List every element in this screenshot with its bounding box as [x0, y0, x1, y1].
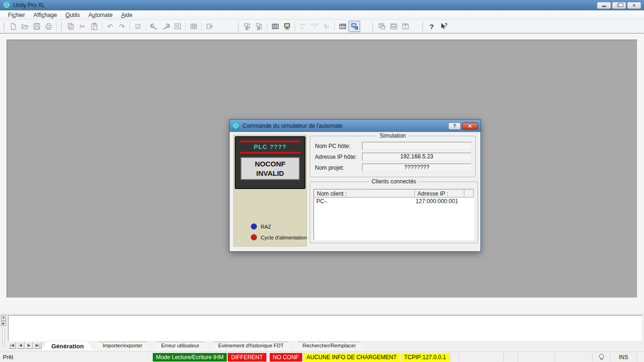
dialog-help-button[interactable]: ?	[448, 123, 461, 130]
column-header-filler	[464, 189, 474, 197]
close-icon: ✕	[468, 123, 472, 129]
plc-red-bar	[240, 152, 300, 154]
dock-drag-handle[interactable]	[2, 329, 5, 347]
tab-scroll-prev-button[interactable]: ◀	[17, 342, 25, 349]
cascade-windows-icon[interactable]	[376, 21, 388, 32]
toolbar-grip[interactable]	[60, 22, 63, 31]
copy-icon[interactable]	[65, 21, 76, 32]
dialog-icon	[232, 122, 239, 130]
raz-button[interactable]	[251, 223, 257, 230]
column-header-client-name[interactable]: Nom client :	[314, 189, 415, 197]
tab-evenement-historique-fdt[interactable]: Evénement d'historique FDT	[209, 342, 293, 350]
save-icon[interactable]	[31, 21, 42, 32]
clients-table[interactable]: Nom client : Adresse IP : PC-. 127:000:0…	[314, 189, 474, 240]
plc-display: PLC ???? NOCONF INVALID	[235, 136, 305, 189]
minimize-button[interactable]	[597, 2, 611, 9]
column-header-ip[interactable]: Adresse IP :	[415, 189, 464, 197]
toolbar-grip[interactable]	[3, 22, 5, 31]
undo-icon[interactable]: ↶	[104, 21, 116, 32]
connect-monitor-icon[interactable]	[281, 21, 293, 32]
clients-group: Clients connectés Nom client : Adresse I…	[310, 181, 478, 243]
output-close-button[interactable]: ×	[1, 315, 6, 321]
window-title: Unity Pro XL	[13, 2, 597, 8]
context-help-icon[interactable]: ?	[438, 21, 449, 32]
grid-icon[interactable]	[188, 21, 199, 32]
cut-icon[interactable]: ✂	[76, 21, 88, 32]
hint-bulb-segment	[592, 353, 610, 362]
output-expand-button[interactable]: ▸	[1, 321, 6, 326]
status-load-info-badge: AUCUNE INFO DE CHARGEMENT	[303, 353, 400, 362]
menu-fichier[interactable]: Fichier	[4, 11, 29, 19]
host-pc-name-label: Nom PC hôte:	[315, 143, 362, 149]
menu-aide[interactable]: Aide	[117, 11, 137, 19]
tab-scroll-last-button[interactable]: ▶|	[33, 342, 41, 349]
plc-rack-icon[interactable]	[269, 21, 281, 32]
tile-vertical-icon[interactable]	[399, 21, 411, 32]
tab-generation[interactable]: Génération	[42, 342, 93, 350]
plc-state-box: NOCONF INVALID	[240, 157, 300, 180]
toolbar: ✂ ↶ ↷ ☑ RUN▷ STOP□ ↻ ? ?	[0, 20, 644, 33]
help-icon[interactable]: ?	[426, 21, 438, 32]
tab-rechercher-remplacer[interactable]: Rechercher/Remplacer	[293, 342, 365, 350]
plc-state-line2: INVALID	[241, 169, 299, 178]
output-content[interactable]	[8, 315, 642, 341]
rebuild-icon[interactable]	[160, 21, 172, 32]
simulator-icon[interactable]	[348, 21, 360, 32]
raz-label: RAZ	[261, 224, 271, 230]
tab-importer-exporter[interactable]: Importer/exporter	[93, 342, 152, 350]
status-ins-indicator: INS	[610, 353, 636, 362]
redo-icon[interactable]: ↷	[116, 21, 128, 32]
output-dock: × ▸ |◀ ◀ ▶ ▶| Génération Importer/export…	[0, 314, 644, 352]
restore-button[interactable]	[612, 2, 626, 9]
project-name-label: Nom projet:	[315, 165, 362, 171]
close-button[interactable]: ×	[627, 2, 641, 9]
dialog-close-button[interactable]: ✕	[462, 123, 478, 130]
status-ready: Prêt	[0, 354, 153, 361]
tile-horizontal-icon[interactable]	[388, 21, 399, 32]
tab-scroll-next-button[interactable]: ▶	[25, 342, 33, 349]
host-ip-label: Adresse IP hôte:	[315, 154, 362, 160]
bulb-icon	[599, 354, 604, 361]
print-icon[interactable]	[42, 21, 54, 32]
host-ip-field: 192.168.5.23	[362, 153, 471, 161]
power-cycle-button[interactable]	[251, 234, 257, 240]
project-name-field: ????????	[362, 164, 471, 172]
analyze-window-icon[interactable]	[172, 21, 183, 32]
power-cycle-row: Cycle d'alimentation	[251, 234, 307, 240]
rack-display-icon[interactable]	[337, 21, 348, 32]
tab-scroll-first-button[interactable]: |◀	[8, 342, 16, 349]
toolbar-grip[interactable]	[237, 22, 239, 31]
host-pc-name-field	[362, 142, 471, 150]
stop-icon[interactable]: STOP□	[309, 21, 321, 32]
client-ip-cell: 127:000:000:001	[415, 197, 464, 205]
transfer-from-plc-icon[interactable]	[253, 21, 265, 32]
transfer-to-plc-icon[interactable]	[241, 21, 253, 32]
close-icon: ×	[633, 3, 636, 8]
validate-icon[interactable]: ☑	[132, 21, 144, 32]
dialog-titlebar[interactable]: Commande du simulateur de l'automate ? ✕	[230, 120, 480, 132]
menu-automate[interactable]: Automate	[84, 11, 117, 19]
new-file-icon[interactable]	[7, 21, 19, 32]
window-titlebar[interactable]: Unity Pro XL ×	[0, 0, 644, 10]
menu-affichage[interactable]: Affichage	[29, 11, 61, 19]
build-icon[interactable]	[148, 21, 160, 32]
help-icon: ?	[453, 123, 456, 129]
run-icon[interactable]: RUN▷	[297, 21, 309, 32]
plc-red-bar	[240, 140, 300, 142]
sync-icon[interactable]: ↻	[321, 21, 332, 32]
menu-outils[interactable]: Outils	[61, 11, 84, 19]
open-file-icon[interactable]	[19, 21, 31, 32]
status-tcpip-badge: TCPIP:127.0.0.1	[401, 353, 449, 362]
table-row[interactable]: PC-. 127:000:000:001	[314, 197, 474, 205]
toolbar-grip[interactable]	[421, 22, 424, 31]
status-mode-badge: Mode Lecture/Ecriture IHM	[153, 353, 227, 362]
export-icon[interactable]	[204, 21, 215, 32]
status-different-badge: DIFFERENT	[228, 353, 266, 362]
close-icon: ×	[2, 316, 5, 320]
tab-erreur-utilisateur[interactable]: Erreur utilisateur	[152, 342, 209, 350]
plc-state-line1: NOCONF	[241, 159, 299, 169]
paste-icon[interactable]	[88, 21, 100, 32]
svg-text:?: ?	[445, 23, 447, 28]
plc-panel: PLC ???? NOCONF INVALID RAZ Cycle d'alim…	[233, 135, 307, 247]
toolbar-grip[interactable]	[372, 22, 374, 31]
